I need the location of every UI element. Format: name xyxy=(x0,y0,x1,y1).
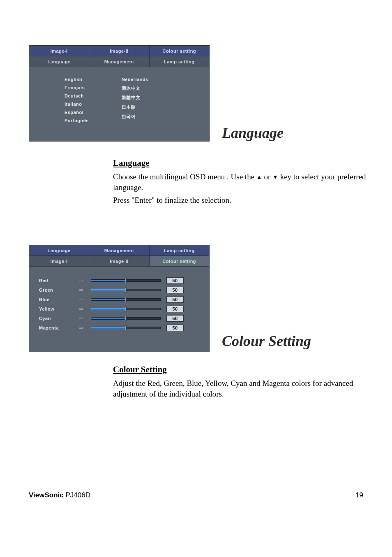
osd-language-body: English Français Deutsch Italiano Españo… xyxy=(29,67,209,141)
arrow-right-icon: ⇨ xyxy=(78,277,85,283)
osd-tab-row-1: Image-I Image-II Colour setting xyxy=(29,46,209,56)
osd-tab-row-1: Language Management Lamp setting xyxy=(29,245,209,256)
colour-slider[interactable] xyxy=(91,297,161,302)
colour-slider[interactable] xyxy=(91,325,161,330)
colour-label: Green xyxy=(39,288,72,292)
text-fragment: or xyxy=(264,172,272,181)
lang-option[interactable]: Deutsch xyxy=(65,93,89,98)
up-triangle-icon: ▲ xyxy=(256,174,262,181)
section-title-language: Language xyxy=(222,124,284,142)
tab-language[interactable]: Language xyxy=(29,245,89,256)
lang-option[interactable]: 한국어 xyxy=(122,114,148,120)
colour-block: Language Management Lamp setting Image-I… xyxy=(29,245,363,352)
manual-page: Image-I Image-II Colour setting Language… xyxy=(0,0,392,557)
tab-colour-setting-active[interactable]: Colour setting xyxy=(150,256,209,267)
colour-label: Magenta xyxy=(39,325,72,330)
language-block: Image-I Image-II Colour setting Language… xyxy=(29,45,363,142)
down-triangle-icon: ▼ xyxy=(272,174,278,181)
tab-lamp-setting[interactable]: Lamp setting xyxy=(150,56,209,67)
colour-slider[interactable] xyxy=(91,316,161,321)
footer-page-number: 19 xyxy=(355,491,363,499)
colour-text-block: Colour Setting Adjust the Red, Green, Bl… xyxy=(113,364,368,399)
language-paragraph-1: Choose the multilingual OSD menu . Use t… xyxy=(113,172,368,193)
lang-option[interactable]: Nederlands xyxy=(122,77,148,82)
language-column-1: English Français Deutsch Italiano Españo… xyxy=(65,77,89,123)
colour-slider[interactable] xyxy=(91,288,161,292)
tab-image-2[interactable]: Image-II xyxy=(89,46,149,56)
language-paragraph-2: Press "Enter" to finalize the selection. xyxy=(113,195,368,206)
colour-row: Cyan⇨50 xyxy=(39,315,199,322)
language-subheading: Language xyxy=(113,158,368,168)
lang-option[interactable]: 日本語 xyxy=(122,104,148,110)
colour-label: Yellow xyxy=(39,306,72,311)
tab-management[interactable]: Management xyxy=(89,56,149,67)
arrow-right-icon: ⇨ xyxy=(78,315,85,321)
colour-row: Yellow⇨50 xyxy=(39,306,199,312)
lang-option[interactable]: Italiano xyxy=(65,102,89,107)
language-column-2: Nederlands 简体中文 繁體中文 日本語 한국어 xyxy=(122,77,148,123)
tab-language[interactable]: Language xyxy=(29,56,89,67)
page-footer: ViewSonic PJ406D 19 xyxy=(29,491,363,499)
colour-subheading: Colour Setting xyxy=(113,364,368,375)
osd-colour-panel: Language Management Lamp setting Image-I… xyxy=(29,245,210,352)
lang-option[interactable]: Français xyxy=(65,85,89,90)
osd-colour-body: Red⇨50Green⇨50Blue⇨50Yellow⇨50Cyan⇨50Mag… xyxy=(29,267,209,352)
colour-row: Magenta⇨50 xyxy=(39,325,199,331)
colour-value: 50 xyxy=(166,296,184,303)
colour-row: Red⇨50 xyxy=(39,277,199,284)
tab-image-1[interactable]: Image-I xyxy=(29,256,89,267)
tab-image-1[interactable]: Image-I xyxy=(29,46,89,56)
tab-management[interactable]: Management xyxy=(89,245,149,256)
colour-slider[interactable] xyxy=(91,306,161,311)
colour-label: Cyan xyxy=(39,316,72,321)
colour-paragraph: Adjust the Red, Green, Blue, Yellow, Cya… xyxy=(113,378,368,399)
osd-tab-row-2: Image-I Image-II Colour setting xyxy=(29,256,209,267)
colour-value: 50 xyxy=(166,315,184,322)
osd-language-panel: Image-I Image-II Colour setting Language… xyxy=(29,45,210,142)
colour-label: Red xyxy=(39,278,72,283)
lang-option[interactable]: 繁體中文 xyxy=(122,95,148,101)
colour-row: Green⇨50 xyxy=(39,287,199,293)
colour-label: Blue xyxy=(39,297,72,302)
tab-image-2[interactable]: Image-II xyxy=(89,256,149,267)
tab-lamp-setting[interactable]: Lamp setting xyxy=(150,245,209,256)
arrow-right-icon: ⇨ xyxy=(78,296,85,302)
osd-tab-row-2: Language Management Lamp setting xyxy=(29,56,209,67)
colour-value: 50 xyxy=(166,325,184,331)
arrow-right-icon: ⇨ xyxy=(78,306,85,312)
footer-brand-bold: ViewSonic xyxy=(29,491,64,499)
colour-value: 50 xyxy=(166,287,184,293)
footer-brand-model: PJ406D xyxy=(64,491,90,499)
lang-option[interactable]: Español xyxy=(65,110,89,115)
lang-option[interactable]: 简体中文 xyxy=(122,85,148,91)
arrow-right-icon: ⇨ xyxy=(78,325,85,331)
colour-value: 50 xyxy=(166,306,184,312)
lang-option[interactable]: English xyxy=(65,77,89,82)
arrow-right-icon: ⇨ xyxy=(78,287,85,293)
colour-row: Blue⇨50 xyxy=(39,296,199,303)
footer-brand: ViewSonic PJ406D xyxy=(29,491,90,499)
lang-option[interactable]: Português xyxy=(65,118,89,123)
colour-value: 50 xyxy=(166,277,184,284)
colour-slider[interactable] xyxy=(91,278,161,283)
text-fragment: Choose the multilingual OSD menu . Use t… xyxy=(113,172,256,181)
section-title-colour: Colour Setting xyxy=(222,332,311,350)
tab-colour-setting[interactable]: Colour setting xyxy=(150,46,209,56)
language-text-block: Language Choose the multilingual OSD men… xyxy=(113,158,368,206)
